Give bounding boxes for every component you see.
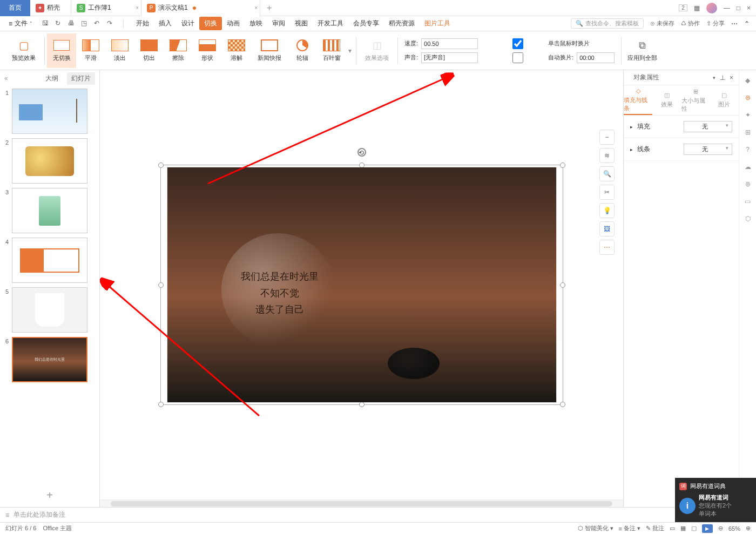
avatar[interactable] — [706, 3, 717, 13]
tab-animation[interactable]: 动画 — [222, 17, 245, 30]
effect-options-button[interactable]: ◫ 效果选项 — [359, 33, 395, 68]
transition-wheel[interactable]: 轮辐 — [288, 33, 317, 68]
tab-workbook[interactable]: S 工作簿1 × — [71, 0, 141, 16]
click-advance-checkbox[interactable] — [491, 38, 545, 49]
speed-input[interactable]: 00.50 — [421, 38, 478, 49]
reading-view-icon[interactable]: ▢ — [691, 525, 697, 532]
more-icon[interactable]: ⋯ — [731, 20, 738, 28]
transition-shape[interactable]: 形状 — [193, 33, 222, 68]
transition-fade[interactable]: 淡出 — [105, 33, 134, 68]
transition-blinds[interactable]: 百叶窗 — [317, 33, 346, 68]
effects-tab[interactable]: ◫效果 — [652, 85, 681, 115]
settings-icon[interactable]: ⊜ — [743, 93, 753, 103]
resize-handle[interactable] — [359, 402, 364, 407]
tab-presentation[interactable]: P 演示文稿1 × — [141, 0, 260, 16]
apply-all-button[interactable]: ⧉ 应用到全部 — [624, 33, 660, 68]
layout-icon[interactable]: ⊞ — [743, 127, 753, 137]
normal-view-icon[interactable]: ▭ — [670, 525, 675, 532]
add-slide-button[interactable]: + — [0, 484, 99, 507]
maximize-icon[interactable]: □ — [737, 4, 740, 12]
transitions-more-icon[interactable]: ▾ — [346, 47, 354, 55]
undo-icon[interactable]: ↶ — [94, 19, 103, 28]
coop-button[interactable]: ♺ 协作 — [681, 19, 700, 28]
chevron-down-icon[interactable]: ▾ — [713, 75, 716, 80]
cube-icon[interactable]: ⬡ — [743, 214, 753, 224]
tool-icon[interactable]: ◆ — [743, 76, 753, 85]
resize-handle[interactable] — [560, 282, 565, 288]
layers-icon[interactable]: ≋ — [599, 148, 615, 163]
file-menu[interactable]: ≡ 文件 ˅ — [4, 19, 37, 28]
resize-handle[interactable] — [158, 163, 164, 168]
tab-picture-tools[interactable]: 图片工具 — [420, 17, 455, 30]
zoom-icon[interactable]: 🔍 — [599, 166, 615, 181]
fill-select[interactable]: 无 — [684, 121, 732, 132]
thumbnails-list[interactable]: 1 2 3 4 5 6我们总是在时光里 — [0, 86, 99, 484]
resize-handle[interactable] — [158, 402, 164, 407]
slideshow-button[interactable]: ▶ — [702, 524, 713, 533]
resize-handle[interactable] — [560, 402, 565, 407]
collapse-panel-icon[interactable]: « — [4, 75, 8, 82]
print-icon[interactable]: 🖶 — [68, 19, 77, 28]
tab-member[interactable]: 会员专享 — [348, 17, 384, 30]
expand-icon[interactable]: ▸ — [630, 147, 633, 152]
apps-icon[interactable]: ▦ — [694, 4, 700, 12]
auto-advance-checkbox[interactable] — [491, 52, 545, 63]
share-button[interactable]: ⇪ 分享 — [706, 19, 725, 28]
home-tab[interactable]: 首页 — [0, 0, 30, 16]
slide-thumbnail[interactable]: 我们总是在时光里 — [12, 337, 87, 382]
transition-dissolve[interactable]: 溶解 — [222, 33, 251, 68]
popup-action[interactable]: 单词本 — [699, 510, 732, 518]
slide-thumbnail[interactable] — [12, 188, 87, 233]
dictionary-popup[interactable]: 词网易有道词典 i 网易有道词 您现在有2个 单词本 — [675, 478, 756, 522]
crop-icon[interactable]: ✂ — [599, 185, 615, 200]
save-icon[interactable]: 🖫 — [42, 19, 51, 28]
rotate-handle[interactable]: ⟲ — [357, 148, 366, 157]
transition-cut[interactable]: 切出 — [134, 33, 164, 68]
tab-review[interactable]: 审阅 — [267, 17, 290, 30]
transition-none[interactable]: 无切换 — [47, 33, 76, 68]
line-select[interactable]: 无 — [684, 144, 732, 155]
more-icon[interactable]: ⋯ — [599, 240, 615, 255]
slide-thumbnail[interactable] — [12, 238, 87, 283]
slide-content[interactable]: 我们总是在时光里 不知不觉 遗失了自己 — [167, 167, 556, 402]
sync-icon[interactable]: ↻ — [55, 19, 64, 28]
tab-resources[interactable]: 稻壳资源 — [384, 17, 420, 30]
beautify-button[interactable]: ⬡ 智能美化 ▾ — [578, 524, 613, 532]
sorter-view-icon[interactable]: ▦ — [680, 525, 686, 532]
preview-button[interactable]: ▢ 预览效果 — [5, 33, 42, 68]
notes-button[interactable]: ≡ 备注 ▾ — [619, 524, 640, 532]
idea-icon[interactable]: 💡 — [599, 203, 615, 218]
redo-icon[interactable]: ↷ — [107, 19, 116, 28]
expand-icon[interactable]: ▸ — [630, 124, 633, 130]
slide-thumbnail[interactable] — [12, 89, 87, 134]
sound-select[interactable]: [无声音] — [421, 52, 478, 63]
tab-view[interactable]: 视图 — [290, 17, 313, 30]
zoom-out-button[interactable]: ⊖ — [718, 525, 723, 532]
transition-newsflash[interactable]: 新闻快报 — [251, 33, 288, 68]
image-icon[interactable]: 🖼 — [599, 221, 615, 236]
pin-icon[interactable]: ⊥ — [720, 74, 725, 82]
book-icon[interactable]: ▭ — [743, 197, 753, 206]
zoom-in-button[interactable]: ⊕ — [746, 525, 751, 532]
location-icon[interactable]: ⊚ — [743, 179, 753, 189]
slide-editor[interactable]: ⟲ 我们总是在时光里 不知不觉 遗失了自己 — [100, 70, 623, 499]
cloud-icon[interactable]: ☁ — [743, 162, 753, 172]
zoom-out-icon[interactable]: − — [599, 130, 615, 145]
horizontal-scrollbar[interactable] — [100, 499, 623, 507]
unsaved-indicator[interactable]: ⊙ 未保存 — [650, 19, 674, 28]
zoom-level[interactable]: 65% — [728, 525, 740, 532]
auto-advance-input[interactable]: 00:00 — [577, 52, 615, 63]
add-tab-button[interactable]: + — [260, 3, 278, 13]
slide-thumbnail[interactable] — [12, 287, 87, 333]
size-props-tab[interactable]: ⊞大小与属性 — [681, 85, 710, 115]
transition-morph[interactable]: 平滑 — [76, 33, 105, 68]
help-icon[interactable]: ? — [743, 145, 753, 154]
tab-transition[interactable]: 切换 — [199, 17, 222, 30]
close-panel-icon[interactable]: × — [730, 74, 733, 82]
minimize-icon[interactable]: — — [724, 4, 730, 12]
tab-design[interactable]: 设计 — [177, 17, 199, 30]
close-window-icon[interactable]: × — [747, 4, 751, 12]
comments-button[interactable]: ✎ 批注 — [646, 524, 664, 532]
star-icon[interactable]: ✦ — [743, 110, 753, 120]
slides-tab[interactable]: 幻灯片 — [67, 72, 95, 85]
